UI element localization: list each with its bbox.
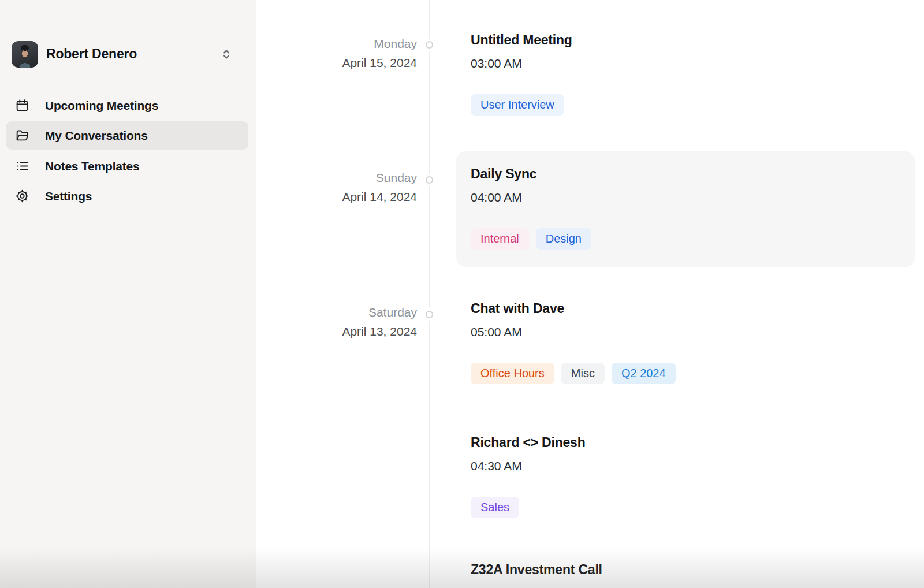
sidebar-item-upcoming-meetings[interactable]: Upcoming Meetings: [6, 91, 248, 120]
folder-icon: [15, 128, 29, 143]
meeting-time: 04:30 AM: [471, 460, 586, 472]
tag-q2-2024[interactable]: Q2 2024: [612, 363, 676, 384]
calendar-icon: [15, 98, 29, 113]
meeting-tags: User Interview: [471, 94, 572, 116]
profile-name: Robert Denero: [46, 46, 137, 62]
meeting-time: 05:00 AM: [471, 326, 676, 338]
tag-misc[interactable]: Misc: [561, 363, 605, 384]
meeting-tags: Sales: [471, 497, 586, 518]
sidebar-item-label: Upcoming Meetings: [45, 99, 158, 113]
meeting-title: Chat with Dave: [471, 300, 676, 317]
timeline-dot: [426, 41, 433, 49]
timeline-dot: [426, 311, 433, 318]
tag-office-hours[interactable]: Office Hours: [471, 363, 554, 384]
meeting-tags: Internal Design: [471, 228, 915, 250]
sidebar-item-label: Notes Templates: [45, 159, 140, 173]
timeline-dot: [426, 176, 433, 184]
meeting-entry-untitled-meeting[interactable]: Untitled Meeting 03:00 AM User Interview: [471, 32, 572, 116]
meeting-title: Untitled Meeting: [471, 32, 572, 48]
meeting-entry-daily-sync[interactable]: Daily Sync 04:00 AM Internal Design: [456, 151, 915, 267]
date-group-monday: Monday April 15, 2024: [254, 34, 417, 72]
date-group-saturday: Saturday April 13, 2024: [254, 303, 417, 341]
meeting-title: Daily Sync: [471, 166, 915, 182]
meeting-title: Richard <> Dinesh: [471, 434, 586, 451]
tag-design[interactable]: Design: [536, 228, 591, 250]
tag-sales[interactable]: Sales: [471, 497, 519, 518]
gear-icon: [15, 189, 29, 203]
date-group-sunday: Sunday April 14, 2024: [254, 168, 417, 206]
day-label: Sunday: [254, 168, 417, 187]
list-icon: [15, 159, 29, 173]
meeting-time: 03:00 AM: [471, 57, 572, 70]
sidebar-item-label: My Conversations: [45, 129, 148, 143]
date-label: April 14, 2024: [254, 187, 417, 206]
sidebar: Robert Denero Upcoming Meetings My Conve…: [0, 0, 256, 588]
sidebar-item-label: Settings: [45, 189, 92, 203]
date-label: April 15, 2024: [254, 53, 417, 72]
chevron-up-down-icon[interactable]: [219, 47, 234, 62]
sidebar-item-settings[interactable]: Settings: [6, 182, 248, 210]
day-label: Monday: [254, 34, 417, 53]
meeting-title: Z32A Investment Call: [471, 561, 602, 578]
meeting-time: 04:00 AM: [471, 191, 915, 204]
date-label: April 13, 2024: [254, 322, 417, 341]
timeline-line: [429, 0, 430, 588]
meeting-entry-richard-dinesh[interactable]: Richard <> Dinesh 04:30 AM Sales: [471, 434, 586, 518]
sidebar-item-my-conversations[interactable]: My Conversations: [6, 121, 248, 150]
profile-switcher[interactable]: Robert Denero: [0, 36, 256, 73]
meeting-tags: Office Hours Misc Q2 2024: [471, 363, 676, 384]
day-label: Saturday: [254, 303, 417, 322]
tag-user-interview[interactable]: User Interview: [471, 94, 564, 116]
meeting-entry-z32a-investment-call[interactable]: Z32A Investment Call: [471, 561, 602, 578]
meeting-entry-chat-with-dave[interactable]: Chat with Dave 05:00 AM Office Hours Mis…: [471, 300, 676, 384]
sidebar-item-notes-templates[interactable]: Notes Templates: [6, 152, 248, 180]
avatar: [12, 41, 38, 68]
tag-internal[interactable]: Internal: [471, 228, 529, 250]
